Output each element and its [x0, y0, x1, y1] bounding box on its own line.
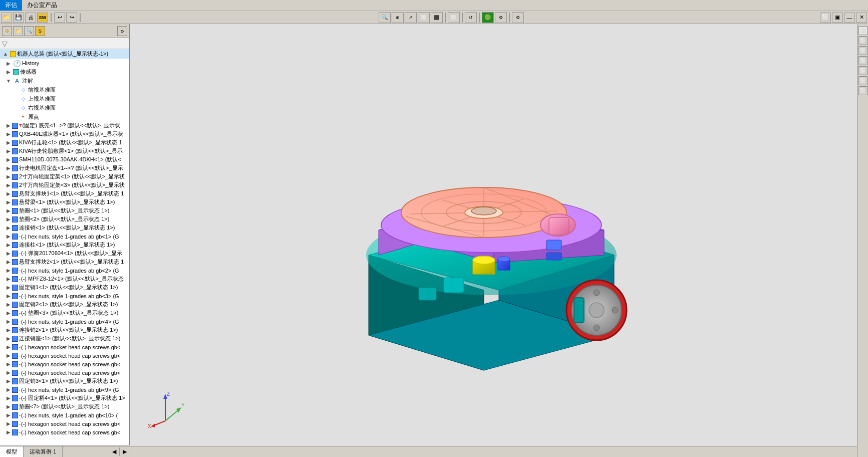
tree-item-hexnut9[interactable]: ▶ - (-) hex nuts, style 1-grades ab gb<9… [0, 385, 129, 394]
tree-item-fixpin3[interactable]: ▶ 固定销3<1> (默认<<默认>_显示状态 1>) [0, 377, 129, 385]
right-btn-7[interactable]: ⬜ [858, 86, 867, 95]
tree-item-washer3[interactable]: ▶ - (-) 垫圈<3> (默认<<默认>_显示状态 1>) [0, 309, 129, 317]
tree-item-history[interactable]: ▶ 🕐 History [0, 59, 129, 68]
tree-item-mpfz[interactable]: ▶ - (-) MPFZ8-12<1> (默认<<默认>_显示状态 [0, 275, 129, 283]
expand-hex-screw6[interactable]: ▶ [5, 429, 12, 436]
expand-motor[interactable]: ▶ [5, 156, 12, 163]
tree-item-hexnut2[interactable]: ▶ - (-) hex nuts, style 1-grades ab gb<2… [0, 266, 129, 275]
panel-btn-1[interactable]: ⚙ [2, 26, 12, 36]
tree-item-sensor[interactable]: ▶ 传感器 [0, 68, 129, 76]
center-btn-display2[interactable]: ⚙ [512, 12, 524, 23]
tree-item-hex-screw1[interactable]: ▶ - (-) hexagon socket head cap screws g… [0, 343, 129, 351]
expand-fixpin3[interactable]: ▶ [5, 378, 12, 385]
tree-item-hexnut4[interactable]: ▶ - (-) hex nuts, style 1-grades ab gb<4… [0, 317, 129, 326]
tab-model[interactable]: 模型 [0, 446, 24, 457]
tree-item-hexnut1[interactable]: ▶ - (-) hex nuts, style 1-grades ab gb<1… [0, 232, 129, 241]
toolbar-btn-2[interactable]: 💾 [13, 13, 24, 23]
toolbar-btn-close[interactable]: ✕ [856, 13, 867, 23]
expand-castor3[interactable]: ▶ [5, 182, 12, 189]
tree-item-arm-beam[interactable]: ▶ 悬臂梁<1> (默认<<默认>_显示状态 1>) [0, 198, 129, 206]
right-btn-5[interactable]: ⬜ [858, 66, 867, 75]
expand-washer2[interactable]: ▶ [5, 216, 12, 223]
tree-item-washer7[interactable]: ▶ 垫圈<7> (默认<<默认>_显示状态 1>) [0, 402, 129, 411]
expand-annotation[interactable]: ▼ [5, 77, 12, 84]
expand-arm-support2[interactable]: ▶ [5, 259, 12, 266]
toolbar-btn-5[interactable]: ↩ [54, 13, 65, 23]
expand-arm-beam[interactable]: ▶ [5, 199, 12, 206]
tree-item-fixbridge4[interactable]: ▶ - (-) 固定桥4<1> (默认<<默认>_显示状态 1> [0, 394, 129, 402]
expand-hex-screw5[interactable]: ▶ [5, 420, 12, 427]
expand-post1[interactable]: ▶ [5, 242, 12, 249]
center-btn-view2[interactable]: ⬛ [431, 12, 443, 23]
expand-case[interactable]: ▶ [5, 122, 12, 129]
tree-item-motor-disc[interactable]: ▶ 行走电机固定盘<1-->? (默认<<默认>_显示 [0, 164, 129, 172]
tree-view[interactable]: ▶ 🕐 History ▶ 传感器 ▼ A 注解 ◇ 前视基准面 [0, 59, 129, 445]
tree-item-washer2[interactable]: ▶ 垫圈<2> (默认<<默认>_显示状态 1>) [0, 215, 129, 223]
expand-wheel1[interactable]: ▶ [5, 139, 12, 146]
expand-sensor[interactable]: ▶ [5, 69, 12, 76]
tree-item-right-plane[interactable]: ◇ 右视基准面 [0, 103, 129, 112]
tree-item-hex-screw2[interactable]: ▶ - (-) hexagon socket head cap screws g… [0, 351, 129, 360]
expand-wheel-tire[interactable]: ▶ [5, 148, 12, 155]
expand-spring[interactable]: ▶ [5, 250, 12, 257]
expand-pin1[interactable]: ▶ [5, 224, 12, 232]
expand-washer3[interactable]: ▶ [5, 310, 12, 317]
expand-hex-screw4[interactable]: ▶ [5, 369, 12, 376]
expand-hex-screw3[interactable]: ▶ [5, 361, 12, 368]
toolbar-btn-6[interactable]: ↪ [66, 13, 77, 23]
center-btn-view1[interactable]: ⬜ [418, 12, 430, 23]
expand-motor-disc[interactable]: ▶ [5, 165, 12, 172]
main-viewport[interactable]: Z Y X [130, 24, 857, 446]
tree-item-front-plane[interactable]: ◇ 前视基准面 [0, 85, 129, 94]
tree-item-pin-seat[interactable]: ▶ 连接销座<1> (默认<<默认>_显示状态 1>) [0, 334, 129, 343]
scroll-right[interactable]: ▶ [120, 447, 130, 456]
expand-hexnut4[interactable]: ▶ [5, 318, 12, 325]
tree-item-arm-support1[interactable]: ▶ 悬臂支撑块1<1> (默认<<默认>_显示状态 1 [0, 189, 129, 198]
tree-item-fixpin2[interactable]: ▶ 固定销2<1> (默认<<默认>_显示状态 1>) [0, 300, 129, 309]
tree-item-arm-support2[interactable]: ▶ 悬臂支撑块2<1> (默认<<默认>_显示状态 1 [0, 258, 129, 266]
expand-hexnut9[interactable]: ▶ [5, 386, 12, 393]
expand-hexnut3[interactable]: ▶ [5, 293, 12, 300]
expand-fixbridge4[interactable]: ▶ [5, 395, 12, 402]
toolbar-btn-3[interactable]: 🖨 [25, 13, 36, 23]
tree-item-case[interactable]: ▶ T (固定) 底壳<1-->? (默认<<默认>_显示状 [0, 121, 129, 130]
tree-item-castor1[interactable]: ▶ 2寸万向轮固定架<1> (默认<<默认>_显示状 [0, 172, 129, 181]
right-btn-2[interactable]: ⬜ [858, 36, 867, 45]
center-btn-zoom-in[interactable]: ⊕ [392, 12, 404, 23]
menu-office[interactable]: 办公室产品 [22, 0, 62, 11]
right-btn-4[interactable]: ⬜ [858, 56, 867, 65]
expand-root[interactable]: ▲ [2, 51, 9, 58]
tree-item-hex-screw5[interactable]: ▶ - (-) hexagon socket head cap screws g… [0, 419, 129, 428]
center-btn-green[interactable]: 🟢 [482, 12, 494, 23]
tree-item-washer1[interactable]: ▶ 垫圈<1> (默认<<默认>_显示状态 1>) [0, 206, 129, 215]
expand-mpfz[interactable]: ▶ [5, 276, 12, 283]
panel-btn-expand[interactable]: » [117, 26, 127, 36]
tree-item-pin2[interactable]: ▶ 连接销2<1> (默认<<默认>_显示状态 1>) [0, 326, 129, 334]
center-btn-rotate[interactable]: ↗ [405, 12, 417, 23]
tab-motion[interactable]: 运动算例 1 [24, 446, 63, 457]
toolbar-btn-maximize[interactable]: ⬜ [820, 13, 831, 23]
expand-washer1[interactable]: ▶ [5, 207, 12, 214]
expand-hexnut1[interactable]: ▶ [5, 233, 12, 240]
expand-pin-seat[interactable]: ▶ [5, 335, 12, 342]
expand-hexnut10[interactable]: ▶ [5, 412, 12, 419]
tree-item-castor3[interactable]: ▶ 2寸万向轮固定架<3> (默认<<默认>_显示状 [0, 181, 129, 189]
tree-item-wheel1[interactable]: ▶ KIVA行走轮<1> (默认<<默认>_显示状态 1 [0, 138, 129, 147]
tree-root-item[interactable]: ▲ 机器人总装 (默认<默认_显示状态-1>) [0, 49, 129, 59]
center-btn-view4[interactable]: ↺ [465, 12, 477, 23]
toolbar-btn-restore[interactable]: ▣ [832, 13, 843, 23]
expand-castor1[interactable]: ▶ [5, 173, 12, 180]
panel-btn-2[interactable]: 📁 [13, 26, 23, 36]
expand-fixpin1[interactable]: ▶ [5, 284, 12, 291]
tree-item-pin1[interactable]: ▶ 连接销<1> (默认<<默认>_显示状态 1>) [0, 223, 129, 232]
tree-item-top-plane[interactable]: ◇ 上视基准面 [0, 94, 129, 103]
panel-btn-4[interactable]: S [35, 26, 45, 36]
right-btn-1[interactable]: ⬜ [858, 26, 867, 35]
tree-item-wheel-tire[interactable]: ▶ KIVA行走轮胎敷层<1> (默认<<默认>_显示 [0, 147, 129, 155]
tree-item-hexnut3[interactable]: ▶ - (-) hex nuts, style 1-grades ab gb<3… [0, 292, 129, 300]
right-btn-3[interactable]: ⬜ [858, 46, 867, 55]
tree-item-hex-screw3[interactable]: ▶ - (-) hexagon socket head cap screws g… [0, 360, 129, 368]
tree-item-hex-screw4[interactable]: ▶ - (-) hexagon socket head cap screws g… [0, 368, 129, 377]
tree-item-hex-screw6[interactable]: ▶ - (-) hexagon socket head cap screws g… [0, 428, 129, 436]
expand-reducer[interactable]: ▶ [5, 131, 12, 138]
